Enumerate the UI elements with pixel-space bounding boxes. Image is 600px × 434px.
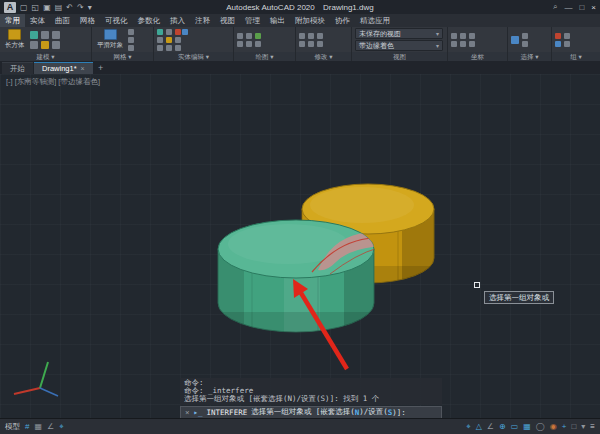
new-tab-button[interactable]: + [94,62,108,74]
ribbon-tab-insert[interactable]: 插入 [165,14,190,27]
ribbon-tab-parametric[interactable]: 参数化 [133,14,166,27]
units-dropdown-icon[interactable]: ▾ [581,420,585,434]
line-icon[interactable] [237,33,243,39]
command-input-line[interactable]: × ▸_ INTERFERE 选择第一组对象或 [嵌套选择(N)/设置(S)]: [180,406,442,418]
transparency-icon[interactable]: ▦ [523,420,531,434]
lineweight-icon[interactable]: ▭ [511,420,519,434]
ucs-origin-icon[interactable] [451,41,457,47]
snap-mode-icon[interactable]: ▦ [34,420,42,434]
group-icon[interactable] [555,33,561,39]
polyline-icon[interactable] [237,41,243,47]
file-tab-start[interactable]: 开始 [2,62,33,74]
select-cursor-icon[interactable] [511,36,519,44]
ribbon-tab-annotate[interactable]: 注释 [190,14,215,27]
ribbon-tab-mesh[interactable]: 网格 [75,14,100,27]
panel-label-modify[interactable]: 修改 ▾ [296,52,351,61]
taper-face-icon[interactable] [166,37,172,43]
selection-cycling-icon[interactable]: ◯ [536,420,545,434]
interference-check-icon-2[interactable] [182,29,188,35]
panel-label-selection[interactable]: 选择 ▾ [508,52,551,61]
viewport-view-control[interactable]: [东南等轴测] [15,77,57,87]
circle-icon[interactable] [246,33,252,39]
model-space-canvas[interactable]: [-] [东南等轴测] [带边缘着色] [0,74,600,418]
panel-label-groups[interactable]: 组 ▾ [552,52,600,61]
minimize-button[interactable]: — [564,3,572,12]
filter-icon[interactable] [522,41,528,47]
union-icon[interactable] [157,29,163,35]
slice-icon[interactable] [175,37,181,43]
ucs-face-icon[interactable] [469,41,475,47]
smooth-more-icon[interactable] [128,29,134,35]
ucs-view-icon[interactable] [469,33,475,39]
presspull-icon[interactable] [52,31,60,39]
interference-check-icon[interactable] [175,29,181,35]
isometric-draft-icon[interactable]: ∠ [487,420,494,434]
rectangle-icon[interactable] [255,33,261,39]
move-icon[interactable] [299,33,305,39]
loft-icon[interactable] [41,41,49,49]
revolve-icon[interactable] [30,41,38,49]
intersect-icon[interactable] [157,45,163,51]
visual-style-dropdown[interactable]: 带边缘着色▾ [355,40,443,51]
thicken-icon[interactable] [175,45,181,51]
copy-icon[interactable] [308,33,314,39]
group-select-icon[interactable] [564,41,570,47]
hatch-icon[interactable] [255,41,261,47]
ucs-3point-icon[interactable] [460,33,466,39]
ribbon-tab-view[interactable]: 视图 [215,14,240,27]
smooth-object-button[interactable]: 平滑对象 [95,29,125,50]
panel-label-coordinates[interactable]: 坐标 [448,52,507,61]
ucs-world-icon[interactable] [451,33,457,39]
panel-label-mesh[interactable]: 网格 ▾ [92,52,153,61]
ribbon-tab-addins[interactable]: 附加模块 [290,14,330,27]
qat-dropdown-icon[interactable]: ▾ [88,3,92,12]
open-folder-icon[interactable]: ◱ [32,3,40,12]
ribbon-tab-solid[interactable]: 实体 [25,14,50,27]
ribbon-tab-output[interactable]: 输出 [265,14,290,27]
arc-icon[interactable] [246,41,252,47]
group-edit-icon[interactable] [564,33,570,39]
polar-tracking-icon[interactable]: ∠ [47,420,54,434]
new-file-icon[interactable]: ▢ [20,3,28,12]
subtract-icon[interactable] [157,37,163,43]
panel-label-modeling[interactable]: 建模 ▾ [0,52,91,61]
file-tab-drawing1[interactable]: Drawing1* × [34,62,93,74]
autocad-logo-icon[interactable]: A [4,2,16,13]
shell-icon[interactable] [166,45,172,51]
view-dropdown[interactable]: 未保存的视图▾ [355,28,443,39]
gizmo-icon[interactable] [522,33,528,39]
mirror-icon[interactable] [308,41,314,47]
extrude-icon[interactable] [30,31,38,39]
ribbon-tab-manage[interactable]: 管理 [240,14,265,27]
close-tab-icon[interactable]: × [81,65,85,72]
ribbon-tab-visualize[interactable]: 可视化 [100,14,133,27]
erase-icon[interactable] [317,33,323,39]
close-button[interactable]: × [591,3,596,12]
smooth-less-icon[interactable] [128,37,134,43]
annotation-scale-icon[interactable]: ◉ [550,420,557,434]
save-icon[interactable]: ▣ [43,3,51,12]
panel-label-view[interactable]: 视图 [352,52,447,61]
command-close-icon[interactable]: × [185,408,190,417]
panel-label-draw[interactable]: 绘图 ▾ [234,52,295,61]
workspace-switch-icon[interactable]: + [562,420,567,434]
array-icon[interactable] [317,41,323,47]
maximize-button[interactable]: □ [579,3,584,12]
plot-icon[interactable]: ▤ [55,3,63,12]
annotation-monitor-icon[interactable]: □ [571,420,576,434]
ortho-icon[interactable]: △ [476,420,482,434]
customize-menu-icon[interactable]: ≡ [590,420,595,434]
panel-label-solid-editing[interactable]: 实体编辑 ▾ [154,52,233,61]
ribbon-tab-collaborate[interactable]: 协作 [330,14,355,27]
ribbon-tab-featured-apps[interactable]: 精选应用 [355,14,395,27]
rotate-icon[interactable] [299,41,305,47]
search-icon[interactable]: ⌕ [553,2,557,12]
sweep-icon[interactable] [41,31,49,39]
grid-icon[interactable]: # [25,420,29,434]
ungroup-icon[interactable] [555,41,561,47]
ucs-z-axis-icon[interactable] [460,41,466,47]
ribbon-tab-home[interactable]: 常用 [0,14,25,27]
refine-mesh-icon[interactable] [128,45,134,51]
viewport-style-control[interactable]: [带边缘着色] [58,77,100,87]
model-tab[interactable]: 模型 [5,422,20,432]
